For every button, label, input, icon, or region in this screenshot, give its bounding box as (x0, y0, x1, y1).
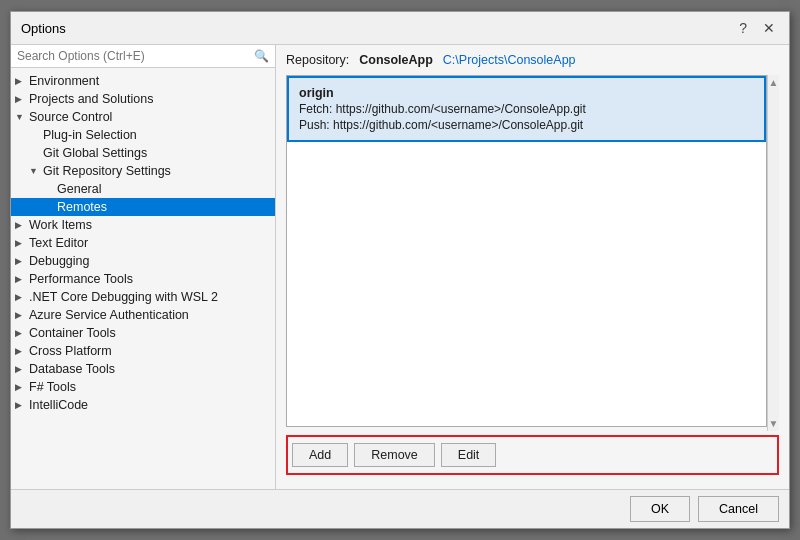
tree-label-remotes: Remotes (57, 200, 107, 214)
tree-label-git-repo-settings: Git Repository Settings (43, 164, 171, 178)
sidebar-item-remotes[interactable]: Remotes (11, 198, 275, 216)
tree-arrow-net-core-debugging: ▶ (15, 292, 29, 302)
remote-push: Push: https://github.com/<username>/Cons… (299, 118, 754, 132)
tree-label-git-global-settings: Git Global Settings (43, 146, 147, 160)
repo-header: Repository: ConsoleApp C:\Projects\Conso… (286, 53, 779, 67)
tree-label-fsharp-tools: F# Tools (29, 380, 76, 394)
remote-fetch: Fetch: https://github.com/<username>/Con… (299, 102, 754, 116)
search-icon: 🔍 (254, 49, 269, 63)
sidebar-item-debugging[interactable]: ▶Debugging (11, 252, 275, 270)
sidebar-item-plugin-selection[interactable]: Plug-in Selection (11, 126, 275, 144)
header-label: Repository: (286, 53, 349, 67)
tree-arrow-performance-tools: ▶ (15, 274, 29, 284)
edit-button[interactable]: Edit (441, 443, 497, 467)
sidebar-item-fsharp-tools[interactable]: ▶F# Tools (11, 378, 275, 396)
sidebar-item-net-core-debugging[interactable]: ▶.NET Core Debugging with WSL 2 (11, 288, 275, 306)
tree-label-work-items: Work Items (29, 218, 92, 232)
sidebar-item-cross-platform[interactable]: ▶Cross Platform (11, 342, 275, 360)
tree-area: ▶Environment▶Projects and Solutions▼Sour… (11, 68, 275, 489)
sidebar-item-environment[interactable]: ▶Environment (11, 72, 275, 90)
sidebar-item-azure-service-auth[interactable]: ▶Azure Service Authentication (11, 306, 275, 324)
sidebar-item-general[interactable]: General (11, 180, 275, 198)
left-panel: 🔍 ▶Environment▶Projects and Solutions▼So… (11, 45, 276, 489)
cancel-button[interactable]: Cancel (698, 496, 779, 522)
tree-label-plugin-selection: Plug-in Selection (43, 128, 137, 142)
dialog-title: Options (21, 21, 66, 36)
tree-arrow-azure-service-auth: ▶ (15, 310, 29, 320)
sidebar-item-git-repo-settings[interactable]: ▼Git Repository Settings (11, 162, 275, 180)
tree-label-debugging: Debugging (29, 254, 89, 268)
tree-label-azure-service-auth: Azure Service Authentication (29, 308, 189, 322)
tree-arrow-intellicode: ▶ (15, 400, 29, 410)
remove-button[interactable]: Remove (354, 443, 435, 467)
title-controls: ? ✕ (735, 18, 779, 38)
help-button[interactable]: ? (735, 18, 751, 38)
tree-arrow-container-tools: ▶ (15, 328, 29, 338)
tree-arrow-debugging: ▶ (15, 256, 29, 266)
tree-label-projects-solutions: Projects and Solutions (29, 92, 153, 106)
right-panel: Repository: ConsoleApp C:\Projects\Conso… (276, 45, 789, 489)
tree-arrow-environment: ▶ (15, 76, 29, 86)
repo-path: C:\Projects\ConsoleApp (443, 53, 576, 67)
tree-label-intellicode: IntelliCode (29, 398, 88, 412)
tree-arrow-projects-solutions: ▶ (15, 94, 29, 104)
search-input[interactable] (17, 49, 250, 63)
sidebar-item-projects-solutions[interactable]: ▶Projects and Solutions (11, 90, 275, 108)
tree-arrow-work-items: ▶ (15, 220, 29, 230)
sidebar-item-container-tools[interactable]: ▶Container Tools (11, 324, 275, 342)
tree-arrow-cross-platform: ▶ (15, 346, 29, 356)
remote-name: origin (299, 86, 754, 100)
sidebar-item-intellicode[interactable]: ▶IntelliCode (11, 396, 275, 414)
tree-label-source-control: Source Control (29, 110, 112, 124)
options-dialog: Options ? ✕ 🔍 ▶Environment▶Projects and … (10, 11, 790, 529)
tree-label-general: General (57, 182, 101, 196)
tree-label-net-core-debugging: .NET Core Debugging with WSL 2 (29, 290, 218, 304)
sidebar-item-source-control[interactable]: ▼Source Control (11, 108, 275, 126)
tree-label-cross-platform: Cross Platform (29, 344, 112, 358)
remote-list-wrapper: originFetch: https://github.com/<usernam… (286, 75, 779, 431)
add-button[interactable]: Add (292, 443, 348, 467)
sidebar-item-work-items[interactable]: ▶Work Items (11, 216, 275, 234)
title-bar-left: Options (21, 21, 66, 36)
dialog-footer: OK Cancel (11, 489, 789, 528)
dialog-body: 🔍 ▶Environment▶Projects and Solutions▼So… (11, 45, 789, 489)
tree-arrow-fsharp-tools: ▶ (15, 382, 29, 392)
scroll-up-arrow[interactable]: ▲ (769, 77, 779, 88)
ok-button[interactable]: OK (630, 496, 690, 522)
tree-arrow-source-control: ▼ (15, 112, 29, 122)
tree-arrow-text-editor: ▶ (15, 238, 29, 248)
sidebar-item-text-editor[interactable]: ▶Text Editor (11, 234, 275, 252)
tree-arrow-database-tools: ▶ (15, 364, 29, 374)
sidebar-item-performance-tools[interactable]: ▶Performance Tools (11, 270, 275, 288)
close-button[interactable]: ✕ (759, 18, 779, 38)
scroll-down-arrow[interactable]: ▼ (769, 418, 779, 429)
remote-list: originFetch: https://github.com/<usernam… (286, 75, 767, 427)
scroll-indicator: ▲ ▼ (767, 75, 779, 431)
tree-label-environment: Environment (29, 74, 99, 88)
tree-arrow-git-repo-settings: ▼ (29, 166, 43, 176)
search-box: 🔍 (11, 45, 275, 68)
tree-label-text-editor: Text Editor (29, 236, 88, 250)
tree-label-database-tools: Database Tools (29, 362, 115, 376)
tree-label-performance-tools: Performance Tools (29, 272, 133, 286)
sidebar-item-database-tools[interactable]: ▶Database Tools (11, 360, 275, 378)
title-bar: Options ? ✕ (11, 12, 789, 45)
repo-name: ConsoleApp (359, 53, 433, 67)
sidebar-item-git-global-settings[interactable]: Git Global Settings (11, 144, 275, 162)
action-buttons-row: Add Remove Edit (286, 435, 779, 475)
remote-item[interactable]: originFetch: https://github.com/<usernam… (287, 76, 766, 142)
tree-label-container-tools: Container Tools (29, 326, 116, 340)
